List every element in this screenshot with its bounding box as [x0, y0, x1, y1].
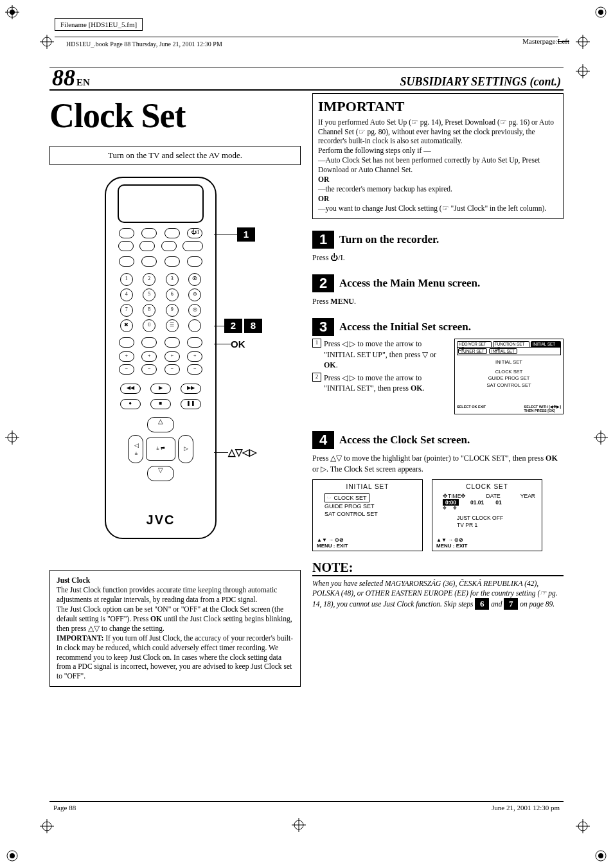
registration-mark-icon [576, 64, 590, 78]
crop-mark-icon [5, 849, 19, 863]
remote-row: 456⊕ [115, 288, 206, 301]
remote-button: ▶ [150, 384, 171, 394]
remote-display [118, 184, 204, 223]
remote-button: ☰ [166, 319, 179, 332]
callout-2-8: 2 8 [214, 319, 262, 333]
masterpage-value: Left [558, 37, 569, 45]
crop-mark-icon [5, 5, 19, 19]
just-clock-p2: The Just Clock option can be set "ON" or… [57, 605, 294, 633]
remote-button [164, 228, 180, 238]
step-4-body: Press △▽ to move the highlight bar (poin… [312, 453, 564, 474]
remote-button [164, 337, 180, 348]
filename-label: Filename [HDS1EU_5.fm] [55, 18, 143, 31]
important-p4: —the recorder's memory backup has expire… [318, 184, 558, 194]
step-1-body: Press ⏻/I. [312, 252, 564, 263]
remote-button [141, 228, 157, 238]
remote-button: ❚❚ [181, 399, 201, 409]
osd-subtab: INITIAL SET [489, 348, 517, 354]
osd-values: 0:00 01.01 01 [432, 499, 542, 506]
remote-diagram: ⏻/I 123⦿ 456⊕ [49, 173, 301, 558]
important-or1: OR [318, 175, 329, 183]
manual-page: Filename [HDS1EU_5.fm] HDS1EU_.book Page… [0, 0, 613, 868]
svg-point-9 [598, 853, 603, 858]
remote-button: ✖ [120, 319, 133, 332]
top-rule [35, 32, 578, 41]
osd-initial-set-up: HDD/VCR SET UP FUNCTION SET UP INITIAL S… [454, 339, 564, 414]
remote-dpad: △ ◁ ± ▷ ± ⇄ ▽ [128, 417, 193, 481]
remote-button: 2 [143, 273, 155, 286]
osd-value: 01.01 [470, 499, 484, 506]
section-title: SUBSIDIARY SETTINGS (cont.) [400, 75, 564, 89]
remote-button: ⏻/I [187, 228, 202, 238]
page-header: 88EN SUBSIDIARY SETTINGS (cont.) [49, 67, 564, 91]
callout-number: 2 [224, 319, 242, 333]
step-3-sub1: 1 Press ◁ ▷ to move the arrow to "INITIA… [312, 339, 449, 370]
footer-page: Page 88 [53, 804, 76, 811]
osd-tab-active: INITIAL SET UP [531, 341, 561, 347]
remote-button: + [187, 351, 202, 362]
remote-outline: ⏻/I 123⦿ 456⊕ [105, 177, 217, 539]
remote-button: + [141, 351, 157, 362]
masterpage-key: Masterpage: [522, 37, 557, 45]
osd-value-selected: 0:00 [443, 499, 459, 506]
osd-tab: FUNCTION SET UP [493, 341, 529, 347]
step-3-text: 1 Press ◁ ▷ to move the arrow to "INITIA… [312, 339, 449, 414]
remote-button: ● [120, 399, 141, 409]
remote-button: − [187, 364, 202, 375]
masterpage-label: Masterpage:Left [522, 37, 569, 45]
registration-mark-icon [576, 35, 590, 49]
step-title: Access the Initial Set screen. [339, 321, 471, 333]
remote-button: ⊕ [188, 288, 201, 301]
remote-button [161, 241, 177, 251]
note-title: NOTE: [312, 560, 564, 576]
right-column: IMPORTANT If you performed Auto Set Up (… [312, 93, 564, 687]
remote-button: 7 [120, 304, 133, 317]
remote-row: ◀◀▶▶▶ [115, 384, 206, 394]
remote-row: ✖0☰ [115, 319, 206, 332]
remote-button [188, 319, 201, 332]
osd-tabs: HDD/VCR SET UP FUNCTION SET UP INITIAL S… [457, 341, 561, 347]
page-number: 88EN [49, 66, 90, 89]
remote-button [118, 241, 134, 251]
step-4-screens: INITIAL SET ☞ CLOCK SET GUIDE PROG SET S… [312, 479, 564, 551]
important-p5: —you want to change Just Clock setting (… [318, 204, 558, 213]
columns: Clock Set Turn on the TV and select the … [49, 91, 564, 687]
remote-button: + [164, 351, 180, 362]
remote-row [115, 241, 206, 251]
svg-point-7 [10, 853, 15, 858]
remote-row: ⏻/I [115, 228, 206, 238]
step-3-sub2: 2 Press ◁ ▷ to move the arrow to "INITIA… [312, 373, 449, 393]
registration-mark-icon [5, 430, 19, 445]
osd-title: INITIAL SET [313, 480, 422, 490]
step-ref-box: 7 [504, 598, 518, 610]
remote-button: 3 [166, 273, 179, 286]
page-title: Clock Set [49, 96, 301, 136]
step-number: 3 [312, 318, 334, 336]
step-number: 1 [312, 231, 334, 249]
remote-row [115, 256, 206, 267]
remote-button [139, 241, 155, 251]
step-ref-box: 6 [475, 598, 489, 610]
svg-point-5 [598, 10, 603, 15]
step-2-head: 2 Access the Main Menu screen. [312, 274, 564, 292]
remote-button: 4 [120, 288, 133, 301]
registration-mark-icon [576, 819, 590, 833]
note-body: When you have selected MAGYARORSZÁG (36)… [312, 579, 564, 610]
substep-index: 1 [312, 339, 321, 348]
just-clock-title: Just Clock [57, 576, 294, 585]
osd-footer: SELECT OK EXIT SELECT WITH [◀✥▶] THEN PR… [457, 405, 561, 412]
remote-button: 1 [120, 273, 133, 286]
remote-row: −−−− [115, 364, 206, 375]
callout-number: 1 [237, 227, 255, 242]
page-lang: EN [76, 77, 90, 87]
registration-mark-icon [40, 819, 54, 833]
osd-initial-set: INITIAL SET ☞ CLOCK SET GUIDE PROG SET S… [312, 479, 423, 551]
remote-row [115, 337, 206, 348]
osd-footer: ▲▼ → ⊙⊘ MENU : EXIT [317, 537, 418, 549]
osd-item-selected: ☞ CLOCK SET [324, 493, 369, 502]
footer-bar: Page 88 June 21, 2001 12:30 pm [49, 801, 564, 811]
important-or2: OR [318, 195, 329, 202]
callout-1: 1 [214, 227, 255, 242]
remote-row: ●■❚❚ [115, 399, 206, 409]
page-body: 88EN SUBSIDIARY SETTINGS (cont.) Clock S… [49, 67, 564, 800]
